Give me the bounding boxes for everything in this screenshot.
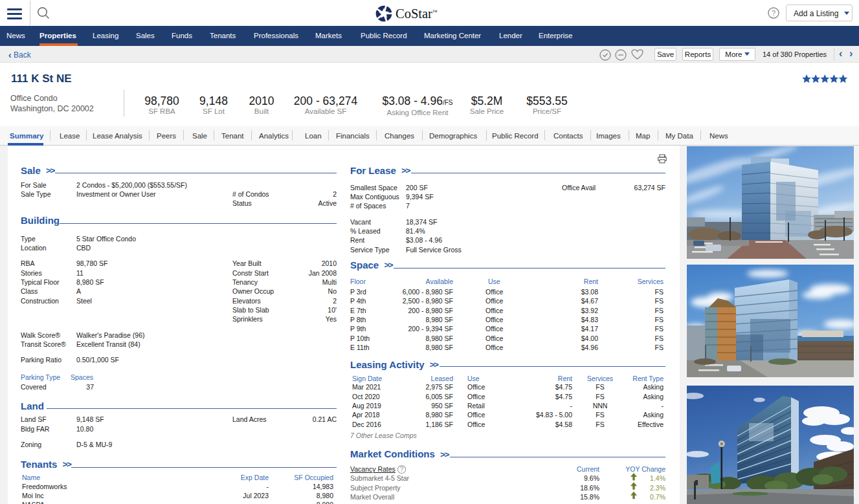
svg-text:?: ? [772,9,775,17]
